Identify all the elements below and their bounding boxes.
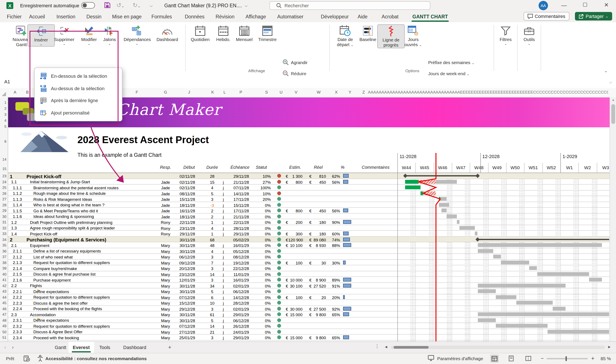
column-letter-P[interactable]: P [240, 90, 242, 94]
sheet-tab-gantt[interactable]: Gantt [51, 342, 70, 353]
column-letter-L[interactable]: L [223, 90, 226, 94]
row-number-3[interactable]: 3 [4, 112, 6, 117]
ribbon-tab-données[interactable]: Données [184, 13, 205, 21]
view-page-layout-button[interactable] [508, 355, 514, 362]
column-letter-Y[interactable]: Y [349, 90, 351, 94]
row-number-33[interactable]: 33 [2, 232, 6, 236]
zoom-level[interactable]: 85 % [601, 356, 611, 361]
ribbon-button-agrandir[interactable]: Agrandir [282, 58, 308, 67]
undo-icon[interactable]: ↺⌄ [116, 2, 124, 9]
ribbon-button-trimestre[interactable]: Trimestre [254, 24, 281, 42]
avatar[interactable]: AA [539, 1, 548, 10]
display-settings-label[interactable]: Paramètres d'affichage [437, 356, 483, 361]
row-number-52[interactable]: 52 [2, 341, 6, 341]
vertical-scroll-thumb[interactable] [611, 104, 615, 124]
ribbon-tab-fichier[interactable]: Fichier [6, 13, 22, 21]
ribbon-button-jours-ouvres[interactable]: ⚙Joursouvrés ⌄ [400, 24, 426, 47]
share-button[interactable]: Partager ⌄ [575, 12, 612, 21]
ribbon-button-inserer[interactable]: Insérer⌄ [27, 24, 55, 47]
row-number-2[interactable]: 2 [4, 106, 6, 111]
ribbon-tab-aide[interactable]: Aide [357, 13, 368, 21]
ribbon-tab-mise-en-page[interactable]: Mise en page [111, 13, 142, 21]
macro-record-icon[interactable] [24, 355, 30, 362]
add-sheet-button[interactable]: + [168, 344, 171, 350]
ribbon-tab-automatiser[interactable]: Automatiser [276, 13, 304, 21]
row-number-50[interactable]: 50 [2, 330, 6, 334]
sheet-tab-everest[interactable]: Everest [68, 342, 94, 353]
row-number-42[interactable]: 42 [2, 284, 6, 288]
hscroll-left-icon[interactable]: ◄ [384, 345, 388, 349]
row-number-32[interactable]: 32 [2, 226, 6, 230]
horizontal-scrollbar[interactable] [391, 346, 605, 349]
row-number-45[interactable]: 45 [2, 301, 6, 305]
comments-button[interactable]: Commentaires [524, 12, 569, 21]
autosave-toggle[interactable] [81, 2, 95, 9]
ribbon-tab-dessin[interactable]: Dessin [85, 13, 102, 21]
row-number-1[interactable]: 1 [4, 100, 6, 105]
row-number-14[interactable]: 14 [2, 157, 6, 161]
row-number-43[interactable]: 43 [2, 289, 6, 294]
worksheet[interactable]: Gantt Chart Maker 2028 Everest Ascent Pr… [0, 97, 616, 341]
row-number-29[interactable]: 29 [2, 208, 6, 213]
ribbon-tab-acrobat[interactable]: Acrobat [381, 13, 399, 21]
title-chevron-icon[interactable]: ⌵ [245, 3, 248, 8]
menu-item-custom-insert[interactable]: Ajout personnalisé [35, 107, 122, 119]
ribbon-button-quotidien[interactable]: Quotidien [187, 24, 213, 42]
sheet-nav-next-icon[interactable]: › [12, 344, 14, 350]
column-letter-K[interactable]: K [211, 90, 214, 94]
sheet-nav-prev-icon[interactable]: ‹ [4, 344, 6, 350]
row-number-35[interactable]: 35 [2, 243, 6, 247]
ribbon-button-outils[interactable]: Outils⌄ [516, 24, 542, 46]
row-number-47[interactable]: 47 [2, 312, 6, 317]
column-letter-F[interactable]: F [136, 90, 138, 94]
minimize-button[interactable]: — [561, 2, 567, 9]
menu-item-below-selection[interactable]: En-dessous de la sélection [35, 70, 122, 82]
zoom-in-button[interactable]: + [591, 355, 594, 362]
row-number-23[interactable]: 23 [2, 174, 6, 178]
column-letter-W[interactable]: W [317, 90, 321, 94]
row-number-31[interactable]: 31 [2, 220, 6, 224]
hscroll-right-icon[interactable]: ► [607, 345, 611, 349]
row-number-36[interactable]: 36 [2, 249, 6, 253]
row-number-51[interactable]: 51 [2, 335, 6, 340]
view-page-break-button[interactable] [525, 355, 531, 362]
ribbon-button-jalons[interactable]: Jalons⌄ [96, 24, 123, 46]
ribbon-button-dashboard[interactable]: Dashboard [154, 24, 180, 42]
row-number-4[interactable]: 4 [4, 118, 6, 123]
row-number-26[interactable]: 26 [2, 191, 6, 195]
column-letter-B[interactable]: B [26, 90, 29, 94]
redo-icon[interactable]: ↻⌄ [133, 2, 140, 9]
ribbon-button-supprimer[interactable]: Supprimer⌄ [51, 24, 77, 46]
accessibility-status[interactable]: Accessibilité : consultez nos recommanda… [45, 356, 147, 361]
quick-access-chevron-icon[interactable]: ⌵ [150, 3, 153, 8]
document-title[interactable]: Gantt Chart Maker (9.2) PRO EN.... [164, 3, 242, 8]
row-number-15[interactable]: 15 [2, 167, 6, 171]
view-normal-button[interactable] [490, 355, 499, 363]
maximize-button[interactable]: ▢ [583, 1, 588, 7]
row-number-30[interactable]: 30 [2, 214, 6, 219]
accessibility-icon[interactable] [37, 355, 44, 362]
row-number-39[interactable]: 39 [2, 266, 6, 271]
row-number-37[interactable]: 37 [2, 255, 6, 259]
row-number-24[interactable]: 24 [2, 180, 6, 184]
row-number-44[interactable]: 44 [2, 295, 6, 299]
column-letter-A[interactable]: A [14, 90, 16, 94]
select-all-corner[interactable] [1, 91, 6, 97]
column-letter-G[interactable]: G [164, 90, 167, 94]
ribbon-button-prefixe-des-semaines[interactable]: Préfixe des semaines ⌄ [428, 58, 474, 67]
column-letter-X[interactable]: X [335, 90, 338, 94]
zoom-slider[interactable] [547, 358, 588, 359]
ribbon-tab-insertion[interactable]: Insertion [56, 13, 76, 21]
horizontal-scroll-thumb[interactable] [394, 346, 429, 349]
ribbon-tab-développeur[interactable]: Développeur [320, 13, 350, 21]
tab-options-icon[interactable]: ⋮ [375, 343, 379, 349]
ribbon-button-mensuel[interactable]: Mensuel [231, 24, 258, 42]
row-number-40[interactable]: 40 [2, 272, 6, 276]
formula-bar-expand-icon[interactable]: ⌵ [609, 80, 612, 85]
sheet-tab-dashboard[interactable]: Dashboard [119, 342, 151, 353]
search-box[interactable]: Rechercher [270, 1, 430, 10]
ribbon-tab-gantt-chart[interactable]: GANTT CHART [411, 13, 449, 21]
column-letter-Z[interactable]: Z [362, 90, 365, 94]
sheet-tab-tools[interactable]: Tools [95, 342, 114, 353]
row-number-6[interactable]: 6 [4, 139, 6, 143]
